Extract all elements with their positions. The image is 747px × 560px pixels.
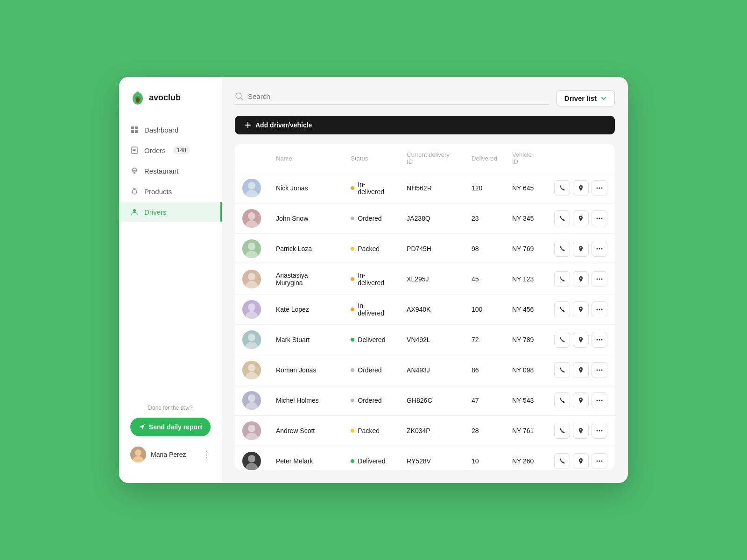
call-button[interactable]	[554, 392, 570, 408]
sidebar-item-drivers[interactable]: Drivers	[119, 202, 222, 222]
user-menu-button[interactable]: ⋮	[202, 449, 211, 460]
table-row: Mark Stuart Delivered VN492L72NY 789	[235, 325, 615, 355]
delivered-count: 45	[464, 264, 505, 294]
delivered-count: 10	[464, 446, 505, 470]
sidebar-label-products: Products	[144, 188, 172, 196]
svg-point-49	[248, 334, 255, 341]
drivers-table: Name Status Current delivery ID Delivere…	[235, 144, 615, 470]
call-button[interactable]	[554, 241, 570, 257]
status-cell: In-delivered	[351, 181, 392, 196]
search-icon	[235, 92, 243, 100]
delivery-id: NH562R	[399, 173, 464, 203]
status-cell: Delivered	[351, 457, 392, 465]
location-button[interactable]	[573, 392, 589, 408]
call-button[interactable]	[554, 423, 570, 439]
driver-name: Mark Stuart	[268, 325, 343, 355]
location-button[interactable]	[573, 332, 589, 348]
driver-status: Ordered	[343, 385, 399, 416]
table-row: Roman Jonas Ordered AN493J86NY 098	[235, 355, 615, 385]
user-name: Maria Perez	[151, 451, 197, 458]
restaurant-icon	[130, 167, 139, 175]
search-input[interactable]	[248, 92, 549, 100]
nav-list: Dashboard Orders 148	[119, 120, 222, 397]
driver-avatar	[242, 239, 261, 258]
svg-rect-7	[135, 130, 138, 133]
actions-cell	[554, 271, 607, 287]
sidebar-item-products[interactable]: Products	[119, 182, 222, 201]
call-button[interactable]	[554, 362, 570, 378]
location-button[interactable]	[573, 241, 589, 257]
logo-icon	[130, 90, 145, 105]
location-button[interactable]	[573, 180, 589, 196]
location-button[interactable]	[573, 271, 589, 287]
table-body: Nick Jonas In-delivered NH562R120NY 645	[235, 173, 615, 470]
driver-avatar-cell	[235, 416, 268, 446]
more-button[interactable]	[592, 180, 607, 196]
driver-status: Delivered	[343, 446, 399, 470]
sidebar-item-dashboard[interactable]: Dashboard	[119, 120, 222, 140]
status-label: Delivered	[358, 336, 385, 343]
more-button[interactable]	[592, 271, 607, 287]
svg-point-76	[599, 461, 600, 462]
avatar-wrapper	[242, 179, 261, 197]
location-button[interactable]	[573, 301, 589, 317]
send-report-button[interactable]: Send daily report	[130, 418, 211, 436]
location-button[interactable]	[573, 423, 589, 439]
svg-point-73	[248, 455, 255, 462]
location-button[interactable]	[573, 362, 589, 378]
call-button[interactable]	[554, 453, 570, 469]
driver-list-button[interactable]: Driver list	[557, 90, 615, 106]
driver-name: Peter Melark	[268, 446, 343, 470]
driver-actions	[547, 264, 615, 294]
call-button[interactable]	[554, 271, 570, 287]
more-button[interactable]	[592, 423, 607, 439]
orders-icon	[130, 146, 139, 154]
sidebar-item-orders[interactable]: Orders 148	[119, 140, 222, 160]
more-button[interactable]	[592, 392, 607, 408]
driver-status: In-delivered	[343, 173, 399, 203]
svg-point-23	[601, 188, 602, 189]
svg-point-71	[601, 430, 602, 432]
status-cell: Packed	[351, 245, 392, 252]
more-button[interactable]	[592, 301, 607, 317]
status-dot	[351, 459, 354, 463]
phone-icon	[559, 306, 565, 313]
location-button[interactable]	[573, 453, 589, 469]
sidebar-item-restaurant[interactable]: Restaurant	[119, 161, 222, 181]
more-button[interactable]	[592, 332, 607, 348]
products-icon	[130, 187, 139, 196]
svg-rect-11	[132, 171, 137, 172]
chevron-down-icon	[600, 95, 607, 102]
more-button[interactable]	[592, 453, 607, 469]
table-row: Anastasiya Murygina In-delivered XL295J4…	[235, 264, 615, 294]
svg-point-45	[596, 309, 598, 310]
sidebar-bottom: Done for the day? Send daily report Mari…	[119, 397, 222, 470]
call-button[interactable]	[554, 180, 570, 196]
more-button[interactable]	[592, 210, 607, 226]
user-row: Maria Perez ⋮	[130, 443, 211, 462]
call-button[interactable]	[554, 332, 570, 348]
svg-point-63	[596, 400, 598, 401]
more-icon	[596, 369, 603, 371]
add-driver-button[interactable]: Add driver/vehicle	[235, 116, 615, 134]
col-actions	[547, 144, 615, 173]
more-button[interactable]	[592, 362, 607, 378]
call-button[interactable]	[554, 301, 570, 317]
actions-cell	[554, 332, 607, 348]
vehicle-id: NY 456	[505, 294, 547, 325]
svg-point-32	[580, 247, 581, 249]
driver-avatar-cell	[235, 173, 268, 203]
status-label: Ordered	[358, 397, 381, 404]
table-header: Name Status Current delivery ID Delivere…	[235, 144, 615, 173]
phone-icon	[559, 427, 565, 434]
call-button[interactable]	[554, 210, 570, 226]
more-button[interactable]	[592, 241, 607, 257]
actions-cell	[554, 423, 607, 439]
svg-point-29	[601, 218, 602, 219]
delivery-id: VN492L	[399, 325, 464, 355]
svg-point-47	[601, 309, 602, 310]
svg-point-35	[601, 248, 602, 250]
svg-point-67	[248, 425, 255, 432]
svg-rect-4	[131, 126, 134, 129]
location-button[interactable]	[573, 210, 589, 226]
